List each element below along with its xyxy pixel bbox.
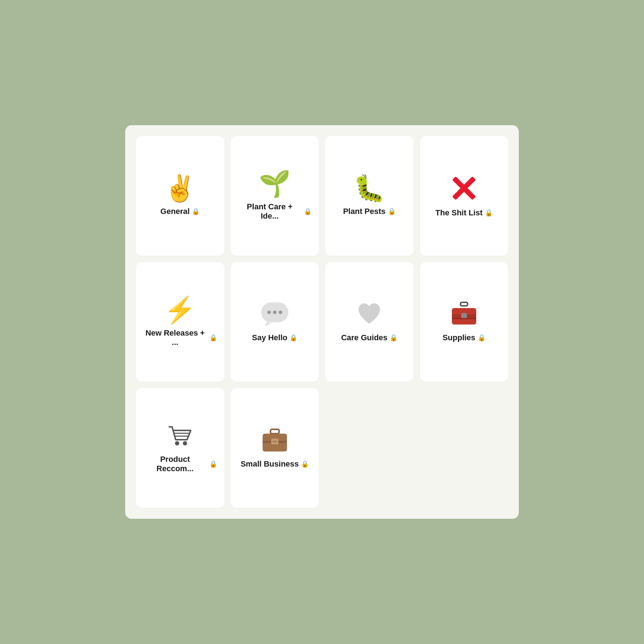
- channel-card-shit-list[interactable]: The Shit List 🔒: [420, 136, 508, 256]
- channel-card-small-business[interactable]: Small Business 🔒: [231, 388, 319, 508]
- grid-row-1: ✌️ General 🔒 🌱 Plant Care + Ide... 🔒 🐛 P…: [136, 136, 508, 256]
- svg-point-9: [175, 441, 179, 445]
- channel-card-general[interactable]: ✌️ General 🔒: [136, 136, 224, 256]
- channel-emoji-plant-care: 🌱: [259, 171, 291, 196]
- channel-name-general: General 🔒: [160, 207, 200, 216]
- channel-emoji-say-hello: [260, 302, 289, 327]
- channel-card-empty-2: [420, 388, 508, 508]
- channel-name-plant-pests: Plant Pests 🔒: [343, 207, 396, 216]
- lock-icon-general: 🔒: [192, 208, 200, 215]
- channel-name-product-reccom: Product Reccom... 🔒: [143, 455, 217, 473]
- channel-emoji-plant-pests: 🐛: [353, 175, 385, 201]
- channel-card-new-releases[interactable]: ⚡ New Releases + ... 🔒: [136, 262, 224, 382]
- channel-name-small-business: Small Business 🔒: [240, 459, 309, 469]
- channel-card-plant-care[interactable]: 🌱 Plant Care + Ide... 🔒: [231, 136, 319, 256]
- channel-card-say-hello[interactable]: Say Hello 🔒: [231, 262, 319, 382]
- channel-emoji-general: ✌️: [164, 175, 196, 201]
- svg-rect-8: [452, 318, 476, 319]
- red-x-icon: [450, 174, 478, 203]
- channel-name-supplies: Supplies 🔒: [443, 333, 486, 342]
- channel-card-care-guides[interactable]: Care Guides 🔒: [325, 262, 414, 382]
- grid-row-2: ⚡ New Releases + ... 🔒 Say Hello 🔒: [136, 262, 508, 382]
- channel-emoji-new-releases: ⚡: [164, 297, 196, 323]
- lock-icon-supplies: 🔒: [478, 334, 486, 342]
- channel-card-supplies[interactable]: Supplies 🔒: [420, 262, 508, 382]
- channel-name-shit-list: The Shit List 🔒: [435, 208, 493, 218]
- channel-emoji-small-business: [261, 428, 288, 454]
- svg-rect-13: [270, 429, 279, 434]
- grid-row-3: Product Reccom... 🔒 Small B: [136, 388, 508, 508]
- lock-icon-product-reccom: 🔒: [209, 460, 217, 468]
- svg-point-2: [273, 311, 277, 314]
- toolbox-icon: [450, 302, 478, 327]
- channel-emoji-product-reccom: [166, 423, 194, 449]
- speech-bubble-icon: [260, 302, 289, 327]
- svg-rect-7: [461, 313, 467, 318]
- lock-icon-new-releases: 🔒: [209, 334, 217, 342]
- svg-point-10: [183, 441, 187, 445]
- channel-card-empty-1: [325, 388, 414, 508]
- channel-emoji-shit-list: [450, 174, 478, 203]
- briefcase-icon: [261, 428, 288, 454]
- channel-name-care-guides: Care Guides 🔒: [341, 333, 397, 342]
- svg-point-1: [267, 311, 271, 314]
- lock-icon-small-business: 🔒: [301, 460, 309, 468]
- lock-icon-care-guides: 🔒: [390, 334, 397, 342]
- lock-icon-say-hello: 🔒: [289, 334, 297, 342]
- lock-icon-shit-list: 🔒: [485, 209, 493, 217]
- channel-emoji-supplies: [450, 302, 478, 327]
- channel-card-plant-pests[interactable]: 🐛 Plant Pests 🔒: [325, 136, 414, 256]
- svg-rect-17: [273, 441, 277, 442]
- lock-icon-plant-care: 🔒: [304, 208, 312, 215]
- lock-icon-plant-pests: 🔒: [388, 208, 396, 215]
- channel-name-plant-care: Plant Care + Ide... 🔒: [238, 202, 312, 221]
- shopping-cart-icon: [166, 423, 194, 449]
- channel-name-say-hello: Say Hello 🔒: [252, 333, 297, 342]
- heart-icon: [356, 302, 382, 327]
- svg-point-3: [279, 311, 282, 314]
- channel-emoji-care-guides: [356, 302, 382, 327]
- svg-rect-4: [460, 302, 468, 306]
- main-container: ✌️ General 🔒 🌱 Plant Care + Ide... 🔒 🐛 P…: [125, 125, 519, 519]
- channel-card-product-reccom[interactable]: Product Reccom... 🔒: [136, 388, 224, 508]
- channel-name-new-releases: New Releases + ... 🔒: [143, 328, 217, 347]
